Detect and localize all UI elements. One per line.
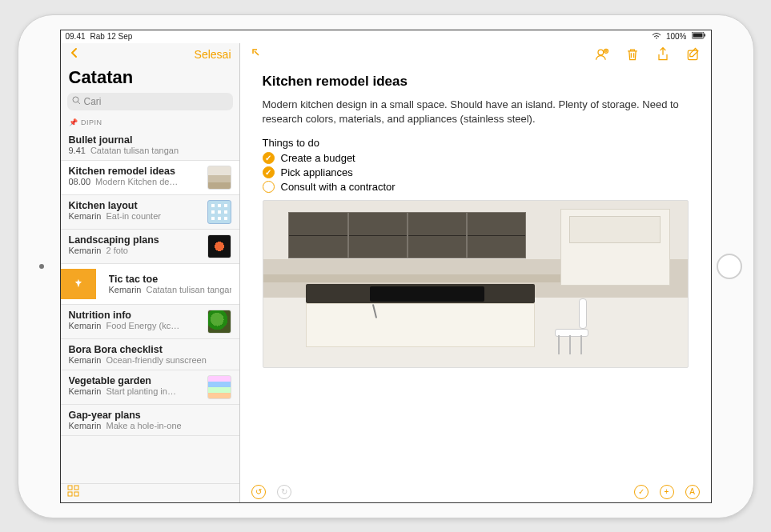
item-title: Kitchen remodel ideas [69, 166, 203, 177]
item-time: Kemarin [69, 246, 102, 255]
item-time: 08.00 [69, 177, 91, 186]
grid-view-icon[interactable] [67, 485, 80, 501]
svg-rect-5 [68, 486, 72, 490]
svg-point-9 [598, 50, 604, 55]
svg-rect-7 [68, 492, 72, 496]
list-item[interactable]: Bullet journal 9.41Catatan tulisan tanga… [61, 130, 239, 161]
item-title: Tic tac toe [109, 274, 231, 285]
item-time: Kemarin [69, 355, 102, 365]
note-attachment-image[interactable] [263, 200, 689, 368]
home-button[interactable] [717, 254, 742, 279]
item-title: Gap-year plans [69, 410, 231, 421]
item-time: Kemarin [69, 386, 102, 396]
checkbox-checked-icon[interactable] [263, 166, 275, 178]
list-item[interactable]: Kitchen remodel ideas 08.00Modern Kitche… [61, 161, 239, 195]
todo-item[interactable]: Pick appliances [263, 166, 689, 178]
search-placeholder: Cari [84, 96, 102, 107]
note-bottom-toolbar: ↺ ↻ ✓ + A [240, 482, 711, 502]
wifi-icon [652, 32, 661, 42]
sidebar-bottom-toolbar [61, 483, 239, 502]
checkbox-checked-icon[interactable] [263, 152, 275, 164]
item-preview: 2 foto [106, 246, 128, 255]
folder-title: Catatan [61, 66, 239, 93]
list-item-swiped[interactable]: Tic tac toe KemarinCatatan tulisan tanga… [61, 264, 239, 305]
todo-item[interactable]: Create a budget [263, 152, 689, 164]
checkbox-unchecked-icon[interactable] [263, 181, 275, 193]
item-thumbnail [207, 166, 231, 190]
checklist-button[interactable]: ✓ [634, 485, 649, 499]
item-time: Kemarin [109, 285, 142, 294]
item-time: Kemarin [69, 211, 102, 221]
notes-list[interactable]: Bullet journal 9.41Catatan tulisan tanga… [61, 130, 239, 483]
item-preview: Food Energy (kc… [106, 321, 179, 330]
status-bar: 09.41 Rab 12 Sep 100% [61, 30, 711, 43]
list-item[interactable]: Gap-year plans KemarinMake a hole-in-one [61, 405, 239, 436]
compose-icon[interactable] [685, 46, 701, 66]
pinned-section-header: 📌 DIPIN [61, 115, 239, 130]
note-content[interactable]: Kitchen remodel ideas Modern kitchen des… [240, 69, 711, 482]
search-icon [72, 96, 81, 107]
pin-icon: 📌 [69, 118, 78, 126]
item-preview: Ocean-friendly sunscreen [106, 355, 206, 365]
todo-text[interactable]: Create a budget [281, 152, 355, 164]
item-title: Vegetable garden [69, 375, 203, 386]
screen: 09.41 Rab 12 Sep 100% Selesai Catatan [60, 30, 712, 503]
svg-point-3 [73, 97, 78, 102]
item-thumbnail [207, 234, 231, 258]
item-preview: Catatan tulisan tangan [90, 146, 179, 155]
front-camera [39, 264, 44, 269]
item-thumbnail [207, 200, 231, 224]
markup-button[interactable]: A [685, 485, 700, 499]
item-time: Kemarin [69, 421, 102, 430]
note-title[interactable]: Kitchen remodel ideas [263, 74, 689, 90]
search-input[interactable]: Cari [67, 93, 233, 110]
add-people-icon[interactable] [594, 46, 610, 66]
back-button[interactable] [69, 46, 80, 62]
item-title: Kitchen layout [69, 200, 203, 211]
list-item[interactable]: Landscaping plans Kemarin2 foto [61, 230, 239, 264]
svg-rect-8 [74, 492, 78, 496]
item-thumbnail [207, 375, 231, 399]
item-preview: Modern Kitchen de… [95, 177, 178, 186]
item-preview: Eat-in counter [106, 211, 160, 221]
item-preview: Make a hole-in-one [106, 421, 181, 430]
svg-rect-13 [688, 50, 697, 60]
status-date: Rab 12 Sep [90, 32, 133, 41]
svg-rect-2 [704, 34, 705, 37]
note-description[interactable]: Modern kitchen design in a small space. … [263, 98, 689, 128]
item-time: Kemarin [69, 321, 102, 330]
pin-action-button[interactable] [61, 269, 96, 299]
item-title: Landscaping plans [69, 234, 203, 246]
list-item[interactable]: Vegetable garden KemarinStart planting i… [61, 370, 239, 405]
item-thumbnail [207, 310, 231, 334]
share-icon[interactable] [655, 46, 671, 66]
ipad-frame: 09.41 Rab 12 Sep 100% Selesai Catatan [18, 14, 754, 518]
todo-item[interactable]: Consult with a contractor [263, 181, 689, 193]
item-title: Nutrition info [69, 310, 203, 321]
item-title: Bullet journal [69, 134, 231, 146]
expand-icon[interactable] [250, 46, 266, 66]
done-button[interactable]: Selesai [195, 48, 231, 61]
undo-button[interactable]: ↺ [251, 485, 266, 499]
todo-header[interactable]: Things to do [263, 137, 689, 149]
add-button[interactable]: + [660, 485, 674, 499]
list-item[interactable]: Kitchen layout KemarinEat-in counter [61, 195, 239, 230]
note-toolbar [240, 43, 711, 69]
list-item[interactable]: Bora Bora checklist KemarinOcean-friendl… [61, 339, 239, 370]
svg-line-4 [78, 102, 80, 104]
item-preview: Catatan tulisan tangan [146, 285, 231, 294]
note-detail: Kitchen remodel ideas Modern kitchen des… [240, 43, 711, 502]
pinned-label: DIPIN [81, 118, 102, 126]
todo-text[interactable]: Consult with a contractor [281, 181, 396, 193]
battery-percent: 100% [666, 32, 687, 41]
item-title: Bora Bora checklist [69, 344, 231, 355]
battery-icon [692, 32, 706, 41]
svg-rect-6 [74, 486, 78, 490]
trash-icon[interactable] [624, 46, 640, 66]
redo-button: ↻ [277, 485, 291, 499]
list-item[interactable]: Nutrition info KemarinFood Energy (kc… [61, 305, 239, 339]
todo-text[interactable]: Pick appliances [281, 166, 353, 178]
item-time: 9.41 [69, 146, 86, 155]
svg-rect-1 [693, 34, 702, 38]
item-preview: Start planting in… [106, 386, 175, 396]
